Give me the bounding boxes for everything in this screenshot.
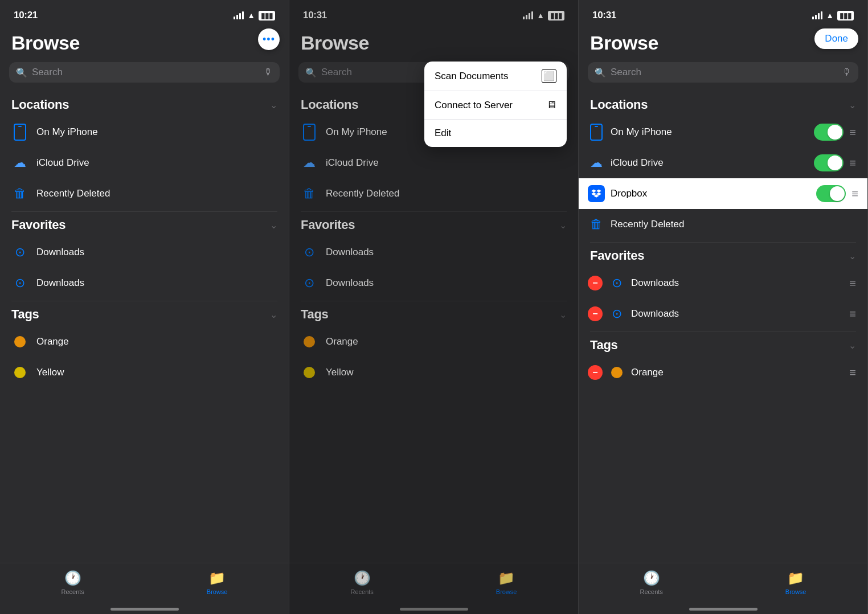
dropdown-menu-2: Scan Documents ⬜ Connect to Server 🖥 Edi… <box>424 62 567 147</box>
dropbox-item-3[interactable]: Dropbox ≡ <box>579 178 867 209</box>
tags-chevron-3[interactable]: ⌄ <box>849 340 856 351</box>
done-button-3[interactable]: Done <box>814 28 858 49</box>
connect-to-server-item[interactable]: Connect to Server 🖥 <box>424 91 567 120</box>
on-my-iphone-toggle-3[interactable] <box>814 124 844 141</box>
home-indicator-3 <box>689 608 758 611</box>
locations-section-3: Locations ⌄ On My iPhone ≡ ☁ <box>579 92 867 240</box>
on-my-iphone-label-1: On My iPhone <box>36 126 98 138</box>
orange-tag-item-3[interactable]: − Orange ≡ <box>579 357 867 388</box>
icloud-drive-label-3: iCloud Drive <box>611 157 664 169</box>
drag-handle-orange-3: ≡ <box>849 366 856 379</box>
download-icon-3b: ⊙ <box>608 305 625 322</box>
on-my-iphone-item-3[interactable]: On My iPhone ≡ <box>579 117 867 148</box>
browse-header-1: Browse <box>0 27 289 56</box>
icloud-drive-item-3[interactable]: ☁ iCloud Drive ≡ <box>579 148 867 178</box>
orange-tag-item-1[interactable]: Orange <box>0 326 289 357</box>
recents-label-1: Recents <box>61 588 84 595</box>
trash-icon-1: 🗑 <box>11 185 28 202</box>
icloud-drive-toggle-3[interactable] <box>814 154 844 171</box>
downloads-item-1a[interactable]: ⊙ Downloads <box>0 237 289 268</box>
signal-icon-3 <box>812 11 822 19</box>
recently-deleted-label-3: Recently Deleted <box>611 219 684 230</box>
search-bar-3[interactable]: 🔍 Search 🎙 <box>588 62 858 83</box>
browse-icon-3: 📁 <box>787 570 804 586</box>
locations-chevron-1[interactable]: ⌄ <box>270 100 277 110</box>
minus-icon-3b: − <box>592 309 597 318</box>
status-bar-3: 10:31 ▲ ▮▮▮ <box>579 0 867 27</box>
browse-icon-1: 📁 <box>208 570 226 586</box>
panel-1: 10:21 ▲ ▮▮▮ ••• Browse 🔍 Search 🎙 <box>0 0 289 614</box>
tags-header-1: Tags ⌄ <box>0 301 289 326</box>
delete-badge-downloads-3a[interactable]: − <box>588 276 603 290</box>
download-icon-3a: ⊙ <box>608 275 625 292</box>
search-placeholder-3: Search <box>611 67 838 78</box>
favorites-chevron-1[interactable]: ⌄ <box>270 220 277 231</box>
drag-handle-downloads-3b: ≡ <box>849 308 856 321</box>
browse-label-3: Browse <box>785 588 806 595</box>
recents-label-3: Recents <box>640 588 662 595</box>
favorites-section-3: Favorites ⌄ − ⊙ Downloads ≡ − ⊙ <box>579 243 867 329</box>
scan-icon: ⬜ <box>542 69 556 83</box>
downloads-label-3a: Downloads <box>631 277 679 289</box>
browse-tab-3[interactable]: 📁 Browse <box>785 570 806 595</box>
search-bar-1[interactable]: 🔍 Search 🎙 <box>9 62 280 83</box>
connect-to-server-label: Connect to Server <box>435 100 513 111</box>
dropbox-toggle-3[interactable] <box>816 185 846 202</box>
tab-bar-3: 🕐 Recents 📁 Browse <box>579 563 867 614</box>
favorites-title-3: Favorites <box>590 248 644 263</box>
mic-icon-3: 🎙 <box>842 67 851 77</box>
tags-title-1: Tags <box>11 307 39 322</box>
icloud-drive-item-1[interactable]: ☁ iCloud Drive <box>0 148 289 178</box>
more-options-area-1: ••• <box>258 28 280 50</box>
locations-title-1: Locations <box>11 97 69 112</box>
downloads-item-3a[interactable]: − ⊙ Downloads ≡ <box>579 268 867 298</box>
panel-3: 10:31 ▲ ▮▮▮ Done Browse 🔍 Search 🎙 <box>579 0 868 614</box>
downloads-label-1b: Downloads <box>36 277 84 289</box>
locations-chevron-3[interactable]: ⌄ <box>849 100 856 110</box>
downloads-item-1b[interactable]: ⊙ Downloads <box>0 268 289 298</box>
favorites-section-1: Favorites ⌄ ⊙ Downloads ⊙ Downloads <box>0 212 289 298</box>
on-my-iphone-item-1[interactable]: On My iPhone <box>0 117 289 148</box>
tags-title-3: Tags <box>590 338 618 353</box>
delete-badge-orange-3[interactable]: − <box>588 365 603 380</box>
search-icon-1: 🔍 <box>16 67 27 78</box>
on-my-iphone-label-3: On My iPhone <box>611 126 672 138</box>
tags-header-3: Tags ⌄ <box>579 332 867 357</box>
delete-badge-downloads-3b[interactable]: − <box>588 306 603 321</box>
icloud-icon-1: ☁ <box>11 154 28 171</box>
icloud-icon-3: ☁ <box>588 154 605 171</box>
ellipsis-button-1[interactable]: ••• <box>258 28 280 50</box>
downloads-item-3b[interactable]: − ⊙ Downloads ≡ <box>579 298 867 329</box>
locations-title-3: Locations <box>590 97 648 112</box>
orange-tag-label-1: Orange <box>36 336 69 347</box>
recents-tab-3[interactable]: 🕐 Recents <box>640 570 662 595</box>
favorites-header-1: Favorites ⌄ <box>0 212 289 237</box>
scan-documents-item[interactable]: Scan Documents ⬜ <box>424 62 567 91</box>
locations-header-3: Locations ⌄ <box>579 92 867 117</box>
yellow-tag-item-1[interactable]: Yellow <box>0 357 289 388</box>
drag-handle-iphone-3: ≡ <box>849 126 856 139</box>
tags-chevron-1[interactable]: ⌄ <box>270 309 277 320</box>
home-indicator-1 <box>110 608 179 611</box>
iphone-icon-1 <box>11 124 28 141</box>
minus-icon-orange-3: − <box>592 368 597 377</box>
orange-tag-label-3: Orange <box>631 367 664 378</box>
drag-handle-dropbox-3: ≡ <box>851 187 858 200</box>
edit-item[interactable]: Edit <box>424 120 567 147</box>
scan-documents-label: Scan Documents <box>435 71 508 82</box>
status-icons-3: ▲ ▮▮▮ <box>812 11 854 21</box>
download-icon-1a: ⊙ <box>11 244 28 261</box>
favorites-header-3: Favorites ⌄ <box>579 243 867 268</box>
battery-icon-1: ▮▮▮ <box>259 11 275 21</box>
recently-deleted-item-1[interactable]: 🗑 Recently Deleted <box>0 178 289 209</box>
favorites-chevron-3[interactable]: ⌄ <box>849 251 856 261</box>
downloads-label-1a: Downloads <box>36 247 84 258</box>
dropbox-icon-3 <box>588 185 605 202</box>
yellow-tag-label-1: Yellow <box>36 367 64 378</box>
recents-tab-1[interactable]: 🕐 Recents <box>61 570 84 595</box>
recents-icon-1: 🕐 <box>64 570 81 586</box>
recently-deleted-item-3[interactable]: 🗑 Recently Deleted <box>579 209 867 240</box>
browse-tab-1[interactable]: 📁 Browse <box>207 570 228 595</box>
tab-bar-1: 🕐 Recents 📁 Browse <box>0 563 289 614</box>
locations-section-1: Locations ⌄ On My iPhone ☁ iCloud Drive … <box>0 92 289 209</box>
